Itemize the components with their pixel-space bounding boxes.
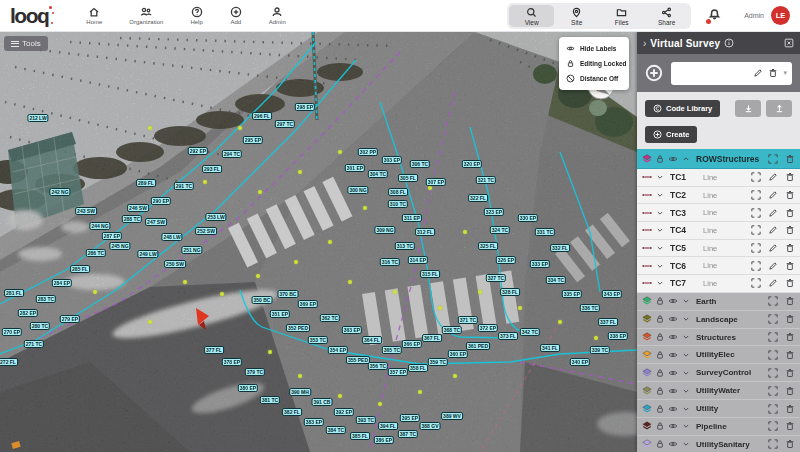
survey-point-label[interactable]: 331 TC [535, 228, 555, 236]
survey-point-label[interactable]: 249 LW [137, 250, 158, 258]
survey-point-label[interactable]: 355 PED [346, 356, 370, 364]
survey-point-label[interactable]: 251 NG [181, 246, 202, 254]
layer-row[interactable]: TC3 Line [637, 204, 800, 222]
survey-point-label[interactable]: 389 WV [441, 412, 463, 420]
lock-icon[interactable] [655, 368, 665, 378]
trash-icon[interactable] [785, 404, 795, 414]
control-point-dot[interactable] [518, 306, 522, 310]
select-extents-icon[interactable] [768, 404, 778, 414]
pencil-icon[interactable] [753, 68, 763, 78]
info-icon[interactable] [724, 38, 734, 48]
add-survey-button[interactable] [645, 64, 663, 82]
layer-group-row[interactable]: UtilityElec [637, 346, 800, 364]
chevron-down-icon[interactable]: ▾ [783, 69, 787, 77]
survey-point-label[interactable]: 328 FL [500, 288, 520, 296]
layer-group-row-rowstructures[interactable]: ROWStructures [637, 149, 800, 169]
survey-point-label[interactable]: 291 TC [174, 182, 194, 190]
control-point-dot[interactable] [148, 126, 152, 130]
survey-point-label[interactable]: 363 EP [342, 326, 362, 334]
survey-point-label[interactable]: 327 TC [486, 274, 506, 282]
survey-point-label[interactable]: 394 FL [378, 422, 398, 430]
lock-icon[interactable] [655, 404, 665, 414]
tab-view[interactable]: View [509, 5, 554, 27]
survey-point-label[interactable]: 303 EP [382, 156, 402, 164]
survey-point-label[interactable]: 286 TC [86, 249, 106, 257]
survey-point-label[interactable]: 370 BC [278, 290, 299, 298]
nav-item-add[interactable]: Add [230, 6, 242, 25]
survey-point-label[interactable]: 243 SW [75, 207, 97, 215]
survey-point-label[interactable]: 326 EP [496, 256, 516, 264]
trash-icon[interactable] [785, 154, 795, 164]
trash-icon[interactable] [785, 332, 795, 342]
survey-point-label[interactable]: 253 LW [205, 213, 226, 221]
control-point-dot[interactable] [594, 336, 598, 340]
survey-point-label[interactable]: 308 FL [388, 188, 408, 196]
trash-icon[interactable] [785, 190, 795, 200]
control-point-dot[interactable] [393, 290, 397, 294]
survey-point-label[interactable]: 309 NG [374, 226, 395, 234]
survey-point-label[interactable]: 298 EP [295, 103, 315, 111]
layer-row[interactable]: TC5 Line [637, 240, 800, 258]
lock-icon[interactable] [655, 154, 665, 164]
collapse-panel-chevron[interactable]: › [643, 38, 646, 49]
tab-share[interactable]: Share [644, 5, 689, 27]
select-extents-icon[interactable] [768, 350, 778, 360]
nav-item-home[interactable]: Home [86, 6, 102, 25]
export-button[interactable] [766, 100, 792, 117]
survey-point-label[interactable]: 244 NG [89, 222, 110, 230]
survey-point-label[interactable]: 284 EP [52, 279, 72, 287]
survey-point-label[interactable]: 332 FL [550, 244, 570, 252]
control-point-dot[interactable] [238, 126, 242, 130]
pencil-icon[interactable] [768, 243, 778, 253]
survey-point-label[interactable]: 247 SW [145, 218, 167, 226]
trash-icon[interactable] [785, 439, 795, 449]
survey-point-label[interactable]: 360 EP [448, 350, 468, 358]
survey-point-label[interactable]: 312 FL [415, 228, 435, 236]
control-point-dot[interactable] [93, 290, 97, 294]
control-point-dot[interactable] [338, 394, 342, 398]
eye-icon[interactable] [668, 314, 678, 324]
survey-point-label[interactable]: 320 EP [462, 160, 482, 168]
survey-point-label[interactable]: 285 FL [70, 265, 90, 273]
select-extents-icon[interactable] [751, 190, 761, 200]
survey-point-label[interactable]: 352 PED [286, 324, 310, 332]
survey-point-label[interactable]: 296 FL [252, 112, 272, 120]
trash-icon[interactable] [785, 243, 795, 253]
menu-item-hide-labels[interactable]: Hide Labels [559, 41, 629, 56]
control-point-dot[interactable] [478, 290, 482, 294]
pencil-icon[interactable] [768, 225, 778, 235]
survey-point-label[interactable]: 297 TC [275, 120, 295, 128]
layer-group-row[interactable]: Structures [637, 329, 800, 347]
survey-point-label[interactable]: 315 FL [420, 270, 440, 278]
survey-point-label[interactable]: 351 EP [270, 310, 290, 318]
survey-point-label[interactable]: 383 EP [304, 418, 324, 426]
survey-point-label[interactable]: 300 NG [347, 186, 368, 194]
pencil-icon[interactable] [768, 190, 778, 200]
survey-point-label[interactable]: 392 EP [334, 408, 354, 416]
survey-point-label[interactable]: 313 TC [395, 242, 415, 250]
pencil-icon[interactable] [768, 261, 778, 271]
survey-point-label[interactable]: 356 TC [368, 362, 388, 370]
nav-item-organization[interactable]: Organization [129, 6, 163, 25]
survey-point-label[interactable]: 372 EP [478, 324, 498, 332]
layer-group-row[interactable]: UtilitySanitary [637, 436, 800, 452]
trash-icon[interactable] [785, 386, 795, 396]
survey-point-label[interactable]: 212 LW [27, 114, 48, 122]
trash-icon[interactable] [768, 68, 778, 78]
pencil-icon[interactable] [768, 172, 778, 182]
trash-icon[interactable] [785, 350, 795, 360]
survey-point-label[interactable]: 368 TC [442, 326, 462, 334]
eye-icon[interactable] [668, 154, 678, 164]
survey-point-label[interactable]: 377 FL [204, 346, 224, 354]
survey-point-label[interactable]: 283 TC [36, 295, 56, 303]
tab-site[interactable]: Site [554, 5, 599, 27]
survey-point-label[interactable]: 310 TC [388, 200, 408, 208]
select-extents-icon[interactable] [768, 386, 778, 396]
trash-icon[interactable] [785, 208, 795, 218]
select-extents-icon[interactable] [768, 368, 778, 378]
chevron-down-icon[interactable] [681, 314, 691, 324]
trash-icon[interactable] [785, 368, 795, 378]
control-point-dot[interactable] [338, 150, 342, 154]
select-extents-icon[interactable] [768, 332, 778, 342]
menu-item-distance-off[interactable]: Distance Off [559, 71, 629, 86]
